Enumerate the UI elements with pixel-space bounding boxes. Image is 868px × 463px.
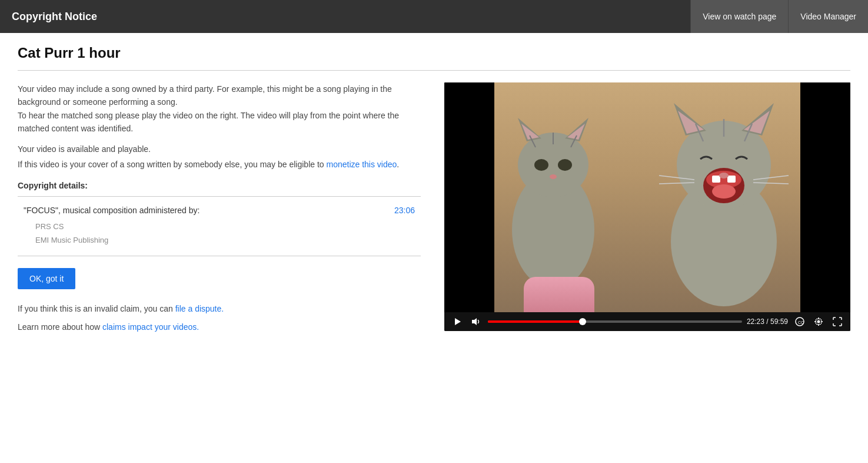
subtitle-button[interactable]: CC	[793, 316, 807, 328]
svg-rect-21	[727, 176, 736, 183]
copyright-row: "FOCUS", musical composition administere…	[24, 206, 415, 215]
black-bar-left	[444, 82, 494, 312]
subtitle-icon: CC	[795, 317, 804, 326]
svg-point-7	[558, 159, 572, 171]
svg-text:CC: CC	[798, 320, 804, 325]
video-player: 22:23 / 59:59 CC	[444, 82, 850, 331]
video-controls-bar: 22:23 / 59:59 CC	[444, 312, 850, 331]
title-divider	[18, 70, 850, 71]
content-area: Your video may include a song owned by a…	[18, 82, 850, 332]
volume-icon	[471, 317, 481, 326]
copyright-timestamp: 23:06	[394, 206, 415, 215]
claims-impact-link[interactable]: claims impact your videos.	[102, 322, 199, 332]
svg-point-6	[534, 159, 548, 171]
header: Copyright Notice View on watch page Vide…	[0, 0, 868, 33]
progress-fill	[488, 320, 583, 323]
cat-right	[647, 88, 800, 300]
monetize-link[interactable]: monetize this video	[327, 160, 397, 169]
left-column: Your video may include a song owned by a…	[18, 82, 421, 332]
settings-icon	[814, 317, 823, 326]
cover-text: If this video is your cover of a song wr…	[18, 160, 421, 169]
right-column: 22:23 / 59:59 CC	[444, 82, 850, 332]
learn-text: Learn more about how claims impact your …	[18, 322, 421, 332]
view-on-watch-page-button[interactable]: View on watch page	[690, 0, 788, 33]
copyright-box: "FOCUS", musical composition administere…	[18, 196, 421, 257]
cat-left	[494, 100, 612, 289]
available-text: Your video is available and playable.	[18, 144, 421, 154]
progress-thumb	[579, 318, 586, 325]
progress-bar[interactable]	[488, 320, 742, 323]
svg-rect-20	[712, 176, 720, 183]
admin-list: PRS CS EMI Music Publishing	[24, 220, 415, 247]
composition-title: "FOCUS", musical composition administere…	[24, 206, 199, 215]
svg-marker-32	[472, 318, 477, 325]
copyright-details-label: Copyright details:	[18, 181, 421, 190]
admin-item-2: EMI Music Publishing	[35, 233, 415, 247]
svg-point-8	[550, 174, 557, 179]
volume-button[interactable]	[469, 316, 483, 328]
cat-right-svg	[647, 88, 800, 306]
svg-marker-31	[455, 318, 461, 325]
header-button-group: View on watch page Video Manager	[690, 0, 868, 33]
svg-point-22	[712, 184, 736, 199]
cat-left-svg	[494, 100, 612, 289]
page-header-title: Copyright Notice	[12, 11, 97, 23]
video-manager-button[interactable]: Video Manager	[788, 0, 868, 33]
page-title: Cat Purr 1 hour	[18, 45, 850, 61]
hand	[524, 277, 594, 312]
video-thumbnail	[444, 82, 850, 312]
fullscreen-button[interactable]	[830, 316, 844, 328]
cat-area	[494, 82, 800, 312]
settings-button[interactable]	[812, 316, 826, 328]
dispute-text: If you think this is an invalid claim, y…	[18, 304, 421, 313]
play-button[interactable]	[450, 316, 464, 328]
svg-point-35	[817, 320, 820, 323]
svg-point-23	[719, 173, 729, 178]
play-icon	[453, 317, 462, 326]
main-content: Cat Purr 1 hour Your video may include a…	[0, 33, 868, 343]
admin-item-1: PRS CS	[35, 220, 415, 233]
description-paragraph-1: Your video may include a song owned by a…	[18, 82, 421, 135]
file-dispute-link[interactable]: file a dispute.	[175, 304, 224, 313]
ok-got-it-button[interactable]: OK, got it	[18, 268, 75, 289]
video-frame	[444, 82, 850, 312]
time-display: 22:23 / 59:59	[747, 318, 788, 326]
fullscreen-icon	[833, 317, 842, 326]
black-bar-right	[800, 82, 850, 312]
